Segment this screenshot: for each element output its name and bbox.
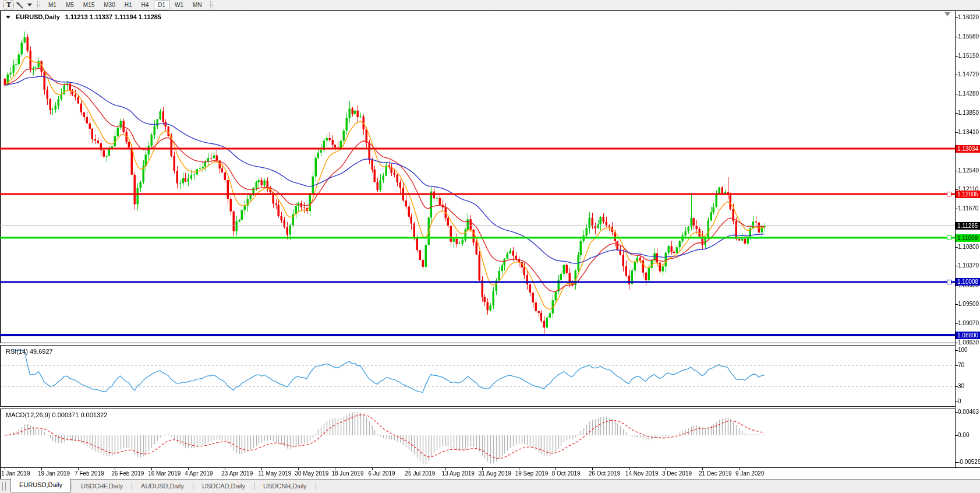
timeframe-button-m5[interactable]: M5	[62, 1, 78, 9]
macd-indicator-label: MACD(12,26,9) 0.000371 0.001322	[6, 411, 107, 418]
date-label: 18 Jun 2019	[331, 470, 363, 477]
rsi-tick-label: 100	[958, 347, 980, 354]
date-label: 9 Jan 2020	[735, 470, 765, 477]
date-label: 30 May 2019	[295, 470, 328, 477]
symbol-dropdown-icon	[6, 16, 10, 19]
timeframe-button-h1[interactable]: H1	[121, 1, 136, 9]
tab-separator	[72, 483, 72, 490]
macd-tick-label: 0.00	[958, 432, 980, 439]
chart-canvas[interactable]	[0, 0, 980, 493]
price-tick-label: 1.10370	[958, 262, 980, 269]
tab-usdcnh-daily[interactable]: USDCNH,Daily	[255, 480, 315, 493]
tab-usdchf-daily[interactable]: USDCHF,Daily	[73, 480, 131, 493]
tab-eurusd-daily[interactable]: EURUSD,Daily	[10, 478, 71, 492]
chevron-down-icon	[27, 3, 32, 6]
date-label: 21 Dec 2019	[699, 470, 732, 477]
tabbar-grip	[2, 482, 6, 491]
macd-tick-label: 0.00463	[958, 409, 980, 415]
date-label: 13 Aug 2019	[442, 470, 475, 477]
objects-tool-button[interactable]	[14, 1, 26, 9]
chart-symbol: EURUSD,Daily	[16, 13, 60, 20]
date-label: 6 Jul 2019	[369, 470, 395, 477]
rsi-tick-label: 70	[958, 362, 980, 369]
chart-tab-bar: EURUSD,Daily USDCHF,Daily AUDUSD,Daily U…	[0, 479, 980, 493]
bid-price-label: 1.11285	[956, 222, 980, 230]
price-tick-label: 1.11670	[958, 205, 980, 212]
timeframe-button-mn[interactable]: MN	[189, 1, 206, 9]
time-axis[interactable]: 1 Jan 201919 Jan 20197 Feb 201926 Feb 20…	[0, 468, 955, 479]
toolbar-separator	[37, 1, 40, 9]
date-label: 4 Apr 2019	[185, 470, 213, 477]
date-label: 25 Jul 2019	[405, 470, 436, 477]
date-label: 16 Mar 2019	[148, 470, 181, 477]
arrows-icon	[16, 1, 24, 9]
timeframe-button-h4[interactable]: H4	[137, 1, 153, 9]
tab-audusd-daily[interactable]: AUDUSD,Daily	[133, 480, 192, 493]
price-tick-label: 1.16020	[958, 14, 980, 21]
chart-shift-marker-icon[interactable]	[944, 12, 950, 16]
price-tick-label: 1.12540	[958, 167, 980, 174]
date-label: 7 Feb 2019	[75, 470, 104, 477]
hline-price-label[interactable]: 1.13034	[956, 145, 980, 153]
price-tick-label: 1.08630	[958, 339, 980, 346]
date-label: 3 Dec 2019	[662, 470, 692, 477]
tab-separator	[254, 483, 254, 490]
tab-separator	[132, 483, 132, 490]
date-label: 31 Aug 2019	[479, 470, 511, 477]
hline-price-label[interactable]: 1.10008	[956, 278, 980, 286]
hline-price-label[interactable]: 1.11009	[956, 234, 980, 242]
text-tool-button[interactable]: T	[3, 1, 14, 9]
top-toolbar: T M1 M5 M15 M30 H1 H4 D1 W1 MN	[0, 0, 980, 10]
tab-separator	[193, 483, 193, 490]
macd-tick-label: -0.005299	[958, 459, 980, 466]
chart-ohlc-values: 1.11213 1.11337 1.11194 1.11285	[65, 13, 161, 20]
tab-usdcad-daily[interactable]: USDCAD,Daily	[194, 480, 253, 493]
price-tick-label: 1.14280	[958, 90, 980, 97]
date-label: 11 May 2019	[258, 470, 291, 477]
hline-price-label[interactable]: 1.08800	[956, 332, 980, 339]
price-tick-label: 1.15580	[958, 33, 980, 40]
date-label: 26 Oct 2019	[589, 470, 620, 477]
timeframe-button-m30[interactable]: M30	[100, 1, 119, 9]
chart-ohlc-title: EURUSD,Daily 1.11213 1.11337 1.11194 1.1…	[6, 13, 161, 20]
date-label: 1 Jan 2019	[1, 470, 30, 477]
hline-price-label[interactable]: 1.12005	[956, 191, 980, 198]
rsi-tick-label: 30	[958, 383, 980, 390]
price-tick-label: 1.09500	[958, 301, 980, 308]
rsi-tick-label: 0	[958, 398, 980, 405]
tab-separator	[316, 483, 316, 490]
price-tick-label: 1.13850	[958, 110, 980, 117]
pane-splitter-rsi[interactable]	[0, 343, 955, 346]
pane-splitter-macd[interactable]	[0, 406, 955, 409]
timeframe-button-m1[interactable]: M1	[44, 1, 61, 9]
date-label: 19 Jan 2019	[38, 470, 70, 477]
rsi-indicator-label: RSI(14) 49.6927	[6, 348, 53, 355]
price-tick-label: 1.13410	[958, 129, 980, 136]
date-label: 23 Apr 2019	[221, 470, 253, 477]
price-tick-label: 1.15150	[958, 52, 980, 59]
date-label: 19 Sep 2019	[515, 470, 549, 477]
timeframe-button-w1[interactable]: W1	[171, 1, 187, 9]
toolbar-separator	[210, 1, 213, 9]
timeframe-button-d1[interactable]: D1	[154, 1, 169, 9]
objects-dropdown-button[interactable]	[26, 1, 34, 9]
price-tick-label: 1.10800	[958, 244, 980, 251]
price-tick-label: 1.14720	[958, 71, 980, 78]
mt4-window: T M1 M5 M15 M30 H1 H4 D1 W1 MN EURUSD,Da…	[0, 0, 980, 493]
date-label: 14 Nov 2019	[625, 470, 659, 477]
date-label: 26 Feb 2019	[111, 470, 144, 477]
date-label: 8 Oct 2019	[552, 470, 581, 477]
timeframe-button-m15[interactable]: M15	[79, 1, 98, 9]
price-tick-label: 1.09070	[958, 320, 980, 327]
